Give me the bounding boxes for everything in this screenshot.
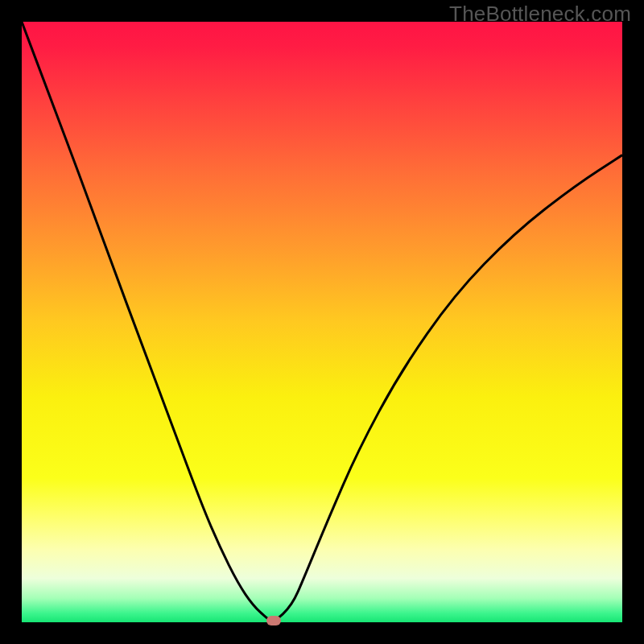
minimum-marker xyxy=(266,616,281,625)
chart-svg xyxy=(22,22,622,622)
chart-container: TheBottleneck.com xyxy=(0,0,644,644)
plot-area xyxy=(22,22,622,622)
